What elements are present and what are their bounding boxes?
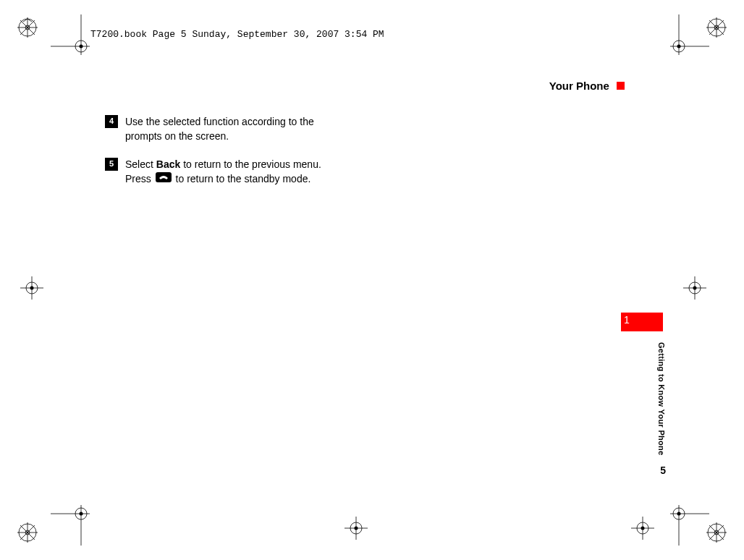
body-content: 4 Use the selected function according to… [105, 114, 337, 200]
step-5-text: Select Back to return to the previous me… [125, 157, 337, 187]
svg-point-37 [677, 45, 681, 48]
step-number-badge: 4 [105, 115, 118, 128]
section-label-vertical: Getting to Know Your Phone [657, 342, 666, 456]
crop-mark-icon [659, 14, 709, 65]
registration-mark-icon [17, 522, 38, 543]
running-header: Your Phone [549, 80, 625, 92]
svg-point-31 [80, 45, 83, 48]
crosshair-icon [628, 514, 657, 543]
crop-mark-icon [51, 14, 101, 65]
crosshair-icon [17, 273, 46, 302]
side-tab: 1 [621, 313, 663, 331]
svg-point-65 [641, 527, 645, 530]
step-5-post: to return to the standby mode. [173, 173, 311, 184]
step-4: 4 Use the selected function according to… [105, 114, 337, 144]
step-4-text: Use the selected function according to t… [125, 114, 337, 144]
framemaker-header: T7200.book Page 5 Sunday, September 30, … [90, 29, 384, 40]
crosshair-icon [342, 514, 371, 543]
registration-mark-icon [706, 17, 727, 38]
registration-mark-icon [706, 522, 727, 543]
crop-mark-icon [659, 495, 709, 546]
crop-mark-icon [51, 495, 101, 546]
header-red-square-icon [617, 82, 625, 90]
step-5: 5 Select Back to return to the previous … [105, 157, 337, 187]
svg-point-53 [30, 287, 34, 290]
step-number-badge: 5 [105, 158, 118, 171]
svg-point-61 [355, 527, 358, 530]
step-5-pre: Select [125, 158, 156, 170]
svg-point-43 [80, 512, 83, 516]
step-5-bold: Back [156, 158, 180, 170]
end-call-key-icon [156, 171, 172, 186]
running-header-text: Your Phone [549, 80, 609, 92]
registration-mark-icon [17, 17, 38, 38]
side-tab-number: 1 [624, 314, 630, 326]
svg-point-49 [677, 512, 681, 516]
crosshair-icon [680, 273, 709, 302]
svg-point-57 [693, 287, 697, 290]
page-number: 5 [660, 464, 666, 476]
